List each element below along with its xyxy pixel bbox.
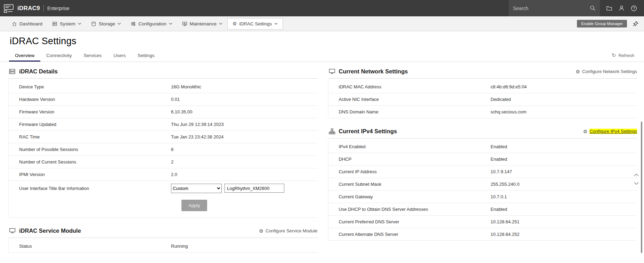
row-label: Firmware Version xyxy=(19,109,171,114)
network-settings-table: iDRAC MAC Address c8:4b:d6:9d:e5:04 Acti… xyxy=(328,79,637,118)
configure-network-settings-link[interactable]: ⚙ Configure Network Settings xyxy=(576,69,637,74)
idrac-details-table: Device Type 16G Monolithic Hardware Vers… xyxy=(8,79,318,196)
idrac-details-section: iDRAC Details Device Type 16G Monolithic… xyxy=(8,62,318,218)
nav-item-maintenance[interactable]: Maintenance xyxy=(177,18,227,30)
section-title: iDRAC Details xyxy=(19,68,58,75)
tab-settings[interactable]: Settings xyxy=(132,50,161,62)
gear-icon: ⚙ xyxy=(259,228,263,234)
topbar-icons: ? xyxy=(600,0,644,16)
row-value: Running xyxy=(171,244,188,249)
nav-item-system[interactable]: System xyxy=(47,18,86,30)
row-label: IPMI Version xyxy=(19,172,171,177)
section-title: Current Network Settings xyxy=(339,68,408,75)
configure-link-label: Configure Service Module xyxy=(266,228,318,233)
row-value: 10.128.64.251 xyxy=(491,219,520,224)
nav-right: Enable Group Manager xyxy=(577,20,644,27)
refresh-label: Refresh xyxy=(618,53,634,58)
nav-item-idrac-settings[interactable]: ⚙ iDRAC Settings xyxy=(227,18,283,30)
refresh-icon: ↻ xyxy=(612,52,616,58)
ipv4-settings-section: Current IPv4 Settings ⚙ Configure IPv4 S… xyxy=(328,122,637,241)
search-icon[interactable] xyxy=(590,5,596,11)
nav-item-storage[interactable]: Storage xyxy=(86,18,126,30)
nav-item-configuration[interactable]: Configuration xyxy=(126,18,177,30)
title-bar-info-row: User Interface Title Bar Information Cus… xyxy=(9,181,318,196)
tab-overview[interactable]: Overview xyxy=(9,50,40,62)
row-value: c8:4b:d6:9d:e5:04 xyxy=(491,84,527,89)
nav-item-label: Dashboard xyxy=(19,21,42,26)
idrac-logo-icon xyxy=(3,4,14,13)
chevron-down-icon xyxy=(274,23,278,25)
idrac-settings-icon: ⚙ xyxy=(233,21,237,26)
row-value: Dedicated xyxy=(491,97,511,102)
row-label: Current Gateway xyxy=(339,194,491,199)
nav-item-label: Maintenance xyxy=(190,21,217,26)
chevron-down-icon xyxy=(219,23,222,25)
table-row: DNS Domain Name schq.secious.com xyxy=(328,106,637,118)
row-value: 8 xyxy=(171,147,173,152)
table-row: Current IP Address 10.7.9.147 xyxy=(328,166,637,178)
pin-icon[interactable] xyxy=(633,21,638,27)
scrollbar-thumb[interactable] xyxy=(641,122,642,253)
tab-services[interactable]: Services xyxy=(78,50,108,62)
gear-icon: ⚙ xyxy=(576,69,580,74)
refresh-button[interactable]: ↻ Refresh xyxy=(612,52,634,58)
nav-item-dashboard[interactable]: Dashboard xyxy=(7,18,47,30)
title-bar-controls: Custom xyxy=(171,184,284,193)
scroll-down-button[interactable] xyxy=(633,181,640,186)
row-label: Firmware Updated xyxy=(19,122,171,127)
configure-service-module-link[interactable]: ⚙ Configure Service Module xyxy=(259,228,317,234)
row-label: Status xyxy=(19,244,171,249)
row-label: Active NIC Interface xyxy=(339,97,491,102)
row-value: schq.secious.com xyxy=(491,109,527,114)
table-row: Number of Current Sessions 2 xyxy=(9,156,318,168)
scroll-up-button[interactable] xyxy=(633,172,640,178)
row-value: 10.7.0.1 xyxy=(491,194,507,199)
storage-icon xyxy=(91,21,96,26)
service-module-table: Status Running xyxy=(8,238,318,253)
table-row: Current Gateway 10.7.0.1 xyxy=(328,191,637,203)
configure-link-label: Configure Network Settings xyxy=(582,69,637,74)
user-icon[interactable] xyxy=(619,5,625,11)
section-title: iDRAC Service Module xyxy=(19,228,81,234)
table-row: DHCP Enabled xyxy=(328,153,637,166)
enable-group-manager-button[interactable]: Enable Group Manager xyxy=(577,20,627,27)
row-label: Use DHCP to Obtain DNS Server Addresses xyxy=(339,207,491,212)
main-nav: Dashboard System Storage Configuration xyxy=(0,16,644,31)
topbar-right: ? xyxy=(509,0,644,16)
scroll-buttons xyxy=(633,172,640,186)
left-column: iDRAC Details Device Type 16G Monolithic… xyxy=(8,62,318,253)
ipv4-settings-table: IPv4 Enabled Enabled DHCP Enabled Curren… xyxy=(328,138,637,241)
configure-ipv4-settings-link[interactable]: ⚙ Configure IPv4 Settings xyxy=(583,129,637,134)
table-row: Firmware Updated Thu Jun 29 12:39:14 202… xyxy=(9,118,318,131)
row-value: 10.128.64.252 xyxy=(491,232,520,237)
service-module-section: iDRAC Service Module ⚙ Configure Service… xyxy=(8,221,318,253)
title-bar-custom-input[interactable] xyxy=(225,184,284,193)
table-row: RAC Time Tue Jan 23 23:42:38 2024 xyxy=(9,131,318,143)
table-row: Current Preferred DNS Server 10.128.64.2… xyxy=(328,216,637,228)
top-bar: iDRAC9 Enterprise ? xyxy=(0,0,644,16)
nav-item-label: System xyxy=(60,21,75,26)
search-box[interactable] xyxy=(509,0,600,16)
ipv4-settings-header: Current IPv4 Settings ⚙ Configure IPv4 S… xyxy=(328,122,637,138)
row-label: Current Alternate DNS Server xyxy=(339,232,491,237)
help-icon[interactable]: ? xyxy=(631,5,637,11)
tab-connectivity[interactable]: Connectivity xyxy=(40,50,78,62)
row-value: Enabled xyxy=(491,207,507,212)
row-label: Current Preferred DNS Server xyxy=(339,219,491,224)
title-bar-mode-select[interactable]: Custom xyxy=(171,184,222,193)
tab-users[interactable]: Users xyxy=(108,50,132,62)
table-row: Active NIC Interface Dedicated xyxy=(328,93,637,106)
apply-button[interactable]: Apply xyxy=(181,200,207,211)
row-label: Device Type xyxy=(19,84,171,89)
row-value: 6.10.35.00 xyxy=(171,109,192,114)
row-label: Current Subnet Mask xyxy=(339,182,491,187)
row-value: Tue Jan 23 23:42:38 2024 xyxy=(171,134,223,140)
row-label: IPv4 Enabled xyxy=(339,144,491,149)
table-row: Device Type 16G Monolithic xyxy=(9,81,318,93)
search-input[interactable] xyxy=(513,6,590,11)
chevron-down-icon xyxy=(78,23,81,25)
row-label: Number of Current Sessions xyxy=(19,159,171,165)
row-label: Hardware Version xyxy=(19,97,171,102)
folder-icon[interactable] xyxy=(606,5,612,11)
chevron-down-icon xyxy=(117,23,121,25)
